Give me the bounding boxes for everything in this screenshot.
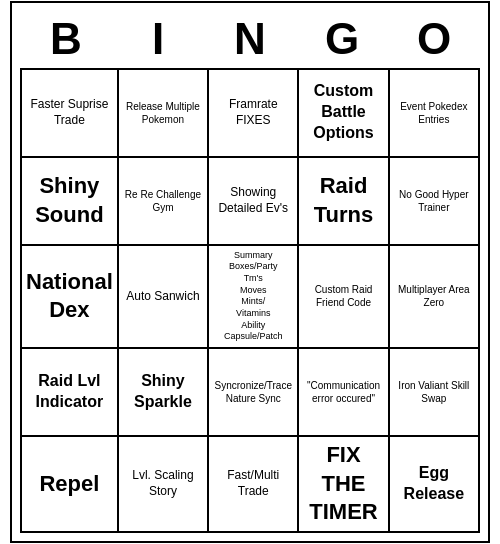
bingo-cell-9: No Good Hyper Trainer [390, 158, 480, 246]
bingo-cell-6: Re Re Challenge Gym [119, 158, 209, 246]
bingo-cell-16: Shiny Sparkle [119, 349, 209, 437]
bingo-card: BINGO Faster Suprise TradeRelease Multip… [10, 1, 490, 543]
bingo-letter-i: I [112, 11, 204, 67]
bingo-cell-17: Syncronize/Trace Nature Sync [209, 349, 299, 437]
bingo-cell-0: Faster Suprise Trade [22, 70, 119, 158]
bingo-letter-g: G [296, 11, 388, 67]
bingo-cell-18: "Communication error occured" [299, 349, 389, 437]
bingo-cell-14: Multiplayer Area Zero [390, 246, 480, 350]
bingo-cell-10: National Dex [22, 246, 119, 350]
bingo-header: BINGO [20, 11, 480, 67]
bingo-cell-15: Raid Lvl Indicator [22, 349, 119, 437]
bingo-cell-5: Shiny Sound [22, 158, 119, 246]
bingo-cell-12: Summary Boxes/Party Tm's Moves Mints/ Vi… [209, 246, 299, 350]
bingo-letter-o: O [388, 11, 480, 67]
bingo-letter-n: N [204, 11, 296, 67]
bingo-cell-3: Custom Battle Options [299, 70, 389, 158]
bingo-cell-22: Fast/Multi Trade [209, 437, 299, 533]
bingo-letter-b: B [20, 11, 112, 67]
bingo-cell-8: Raid Turns [299, 158, 389, 246]
bingo-cell-2: Framrate FIXES [209, 70, 299, 158]
bingo-cell-19: Iron Valiant Skill Swap [390, 349, 480, 437]
bingo-cell-24: Egg Release [390, 437, 480, 533]
bingo-cell-13: Custom Raid Friend Code [299, 246, 389, 350]
bingo-cell-7: Showing Detailed Ev's [209, 158, 299, 246]
bingo-cell-1: Release Multiple Pokemon [119, 70, 209, 158]
bingo-cell-11: Auto Sanwich [119, 246, 209, 350]
bingo-cell-20: Repel [22, 437, 119, 533]
bingo-grid: Faster Suprise TradeRelease Multiple Pok… [20, 68, 480, 533]
bingo-cell-21: Lvl. Scaling Story [119, 437, 209, 533]
bingo-cell-23: FIX THE TIMER [299, 437, 389, 533]
bingo-cell-4: Event Pokedex Entries [390, 70, 480, 158]
